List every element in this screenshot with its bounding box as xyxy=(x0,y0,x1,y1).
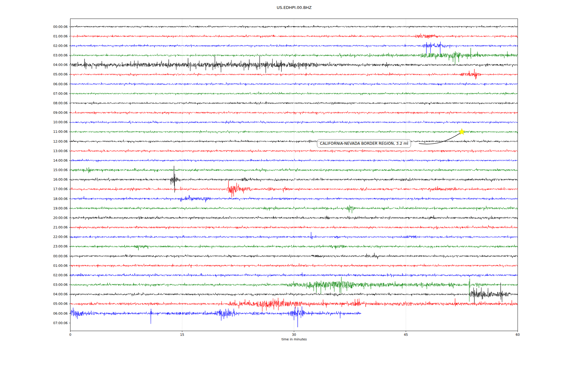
row-time-label: 20:00:06 xyxy=(53,216,68,220)
row-time-label: 05:00:06 xyxy=(53,302,68,305)
row-time-label: 06:00:06 xyxy=(53,312,68,315)
row-time-label: 01:00:06 xyxy=(53,34,68,38)
trace-row-10 xyxy=(70,121,518,124)
row-time-label: 07:00:06 xyxy=(53,321,68,325)
row-time-label: 03:00:06 xyxy=(53,53,68,57)
x-tick-label: 30 xyxy=(292,333,296,336)
trace-row-21 xyxy=(70,225,518,229)
trace-row-4 xyxy=(70,56,518,73)
row-time-label: 02:00:06 xyxy=(53,273,68,277)
x-tick-label: 60 xyxy=(516,333,520,336)
helicorder-plot: 01530456000:00:0601:00:0602:00:0603:00:0… xyxy=(0,0,588,368)
event-annotation: CALIFORNIA-NEVADA BORDER REGION, 3.2 ml xyxy=(317,139,411,148)
row-time-label: 04:00:06 xyxy=(53,63,68,67)
trace-row-27 xyxy=(70,277,518,302)
row-time-label: 07:00:06 xyxy=(53,92,68,95)
row-time-label: 08:00:06 xyxy=(53,101,68,105)
x-tick-label: 15 xyxy=(180,333,184,336)
row-time-label: 04:00:06 xyxy=(53,292,68,296)
trace-row-30 xyxy=(70,306,361,327)
trace-row-29 xyxy=(70,298,518,312)
x-tick-label: 0 xyxy=(69,333,71,336)
row-time-label: 01:00:06 xyxy=(53,264,68,267)
row-time-label: 22:00:06 xyxy=(53,235,68,239)
row-time-label: 10:00:06 xyxy=(53,120,68,124)
row-time-label: 09:00:06 xyxy=(53,111,68,114)
row-time-label: 06:00:06 xyxy=(53,82,68,86)
row-time-label: 00:00:06 xyxy=(53,254,68,258)
row-time-label: 18:00:06 xyxy=(53,197,68,201)
row-time-label: 16:00:06 xyxy=(53,178,68,181)
row-time-label: 13:00:06 xyxy=(53,149,68,153)
row-time-label: 17:00:06 xyxy=(53,187,68,191)
row-time-label: 11:00:06 xyxy=(53,130,68,133)
row-time-label: 02:00:06 xyxy=(53,44,68,48)
seismogram-figure: US.EDHPI.00.BHZ 01530456000:00:0601:00:0… xyxy=(0,0,588,368)
row-time-label: 15:00:06 xyxy=(53,168,68,172)
row-time-label: 23:00:06 xyxy=(53,244,68,248)
row-time-label: 14:00:06 xyxy=(53,159,68,162)
row-time-label: 12:00:06 xyxy=(53,140,68,143)
row-time-label: 05:00:06 xyxy=(53,72,68,76)
trace-row-1 xyxy=(70,33,518,39)
trace-row-14 xyxy=(70,159,518,162)
row-time-label: 19:00:06 xyxy=(53,206,68,210)
trace-row-9 xyxy=(70,111,518,115)
row-time-label: 21:00:06 xyxy=(53,225,68,229)
annotation-arrow xyxy=(419,133,460,144)
x-tick-label: 45 xyxy=(404,333,408,336)
row-time-label: 00:00:06 xyxy=(53,25,68,29)
trace-row-17 xyxy=(70,180,518,197)
row-time-label: 03:00:06 xyxy=(53,283,68,286)
trace-row-6 xyxy=(70,82,518,86)
